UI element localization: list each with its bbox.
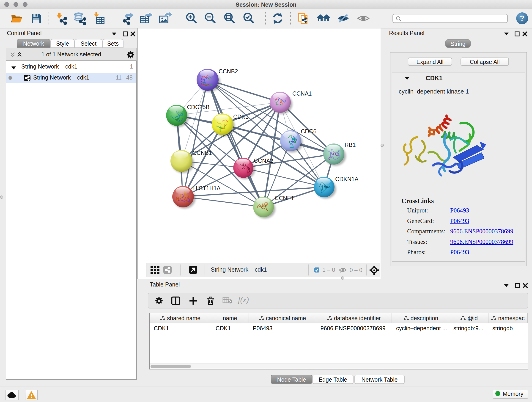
svg-text:HIST1H1A: HIST1H1A: [193, 185, 221, 191]
svg-text:CCNB1: CCNB1: [192, 150, 212, 156]
svg-text:RB1: RB1: [345, 142, 356, 148]
svg-text:CDC6: CDC6: [301, 128, 317, 134]
svg-text:CCNE1: CCNE1: [275, 195, 294, 201]
svg-text:CCNA1: CCNA1: [292, 90, 312, 97]
svg-text:CCNA2: CCNA2: [254, 157, 273, 164]
svg-text:CCNB2: CCNB2: [219, 68, 238, 75]
svg-text:CDC25B: CDC25B: [187, 104, 210, 110]
svg-text:CDK1: CDK1: [233, 114, 249, 120]
svg-text:CDKN1A: CDKN1A: [335, 176, 359, 182]
